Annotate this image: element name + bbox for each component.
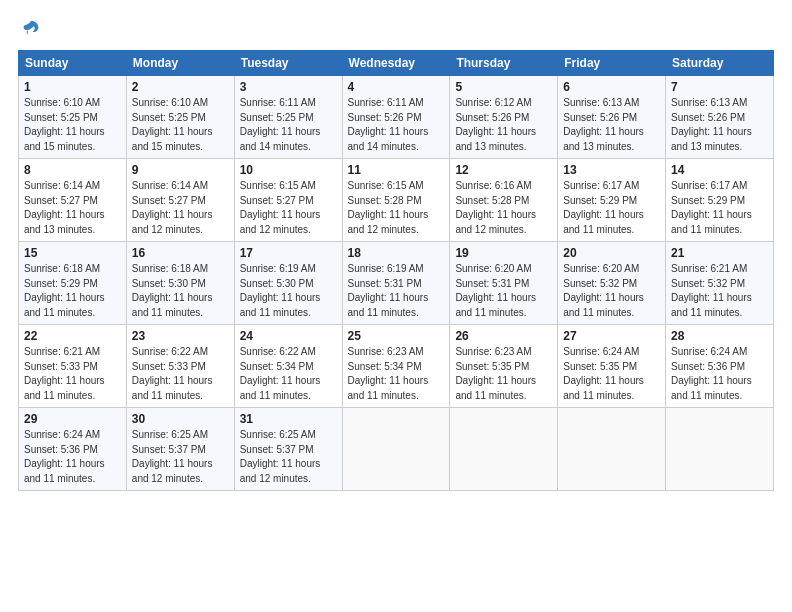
day-number: 7 [671, 80, 768, 94]
calendar-cell: 5Sunrise: 6:12 AM Sunset: 5:26 PM Daylig… [450, 76, 558, 159]
day-number: 18 [348, 246, 445, 260]
day-info: Sunrise: 6:23 AM Sunset: 5:35 PM Dayligh… [455, 345, 552, 403]
day-info: Sunrise: 6:23 AM Sunset: 5:34 PM Dayligh… [348, 345, 445, 403]
calendar-cell: 19Sunrise: 6:20 AM Sunset: 5:31 PM Dayli… [450, 242, 558, 325]
day-info: Sunrise: 6:14 AM Sunset: 5:27 PM Dayligh… [24, 179, 121, 237]
calendar-cell: 17Sunrise: 6:19 AM Sunset: 5:30 PM Dayli… [234, 242, 342, 325]
day-number: 23 [132, 329, 229, 343]
day-info: Sunrise: 6:19 AM Sunset: 5:31 PM Dayligh… [348, 262, 445, 320]
day-info: Sunrise: 6:21 AM Sunset: 5:33 PM Dayligh… [24, 345, 121, 403]
calendar-cell: 8Sunrise: 6:14 AM Sunset: 5:27 PM Daylig… [19, 159, 127, 242]
calendar-cell: 21Sunrise: 6:21 AM Sunset: 5:32 PM Dayli… [666, 242, 774, 325]
day-number: 5 [455, 80, 552, 94]
day-info: Sunrise: 6:25 AM Sunset: 5:37 PM Dayligh… [240, 428, 337, 486]
calendar-cell: 7Sunrise: 6:13 AM Sunset: 5:26 PM Daylig… [666, 76, 774, 159]
day-info: Sunrise: 6:11 AM Sunset: 5:26 PM Dayligh… [348, 96, 445, 154]
day-info: Sunrise: 6:12 AM Sunset: 5:26 PM Dayligh… [455, 96, 552, 154]
calendar-cell [666, 408, 774, 491]
day-number: 12 [455, 163, 552, 177]
day-number: 31 [240, 412, 337, 426]
day-info: Sunrise: 6:13 AM Sunset: 5:26 PM Dayligh… [671, 96, 768, 154]
day-number: 1 [24, 80, 121, 94]
weekday-header: Thursday [450, 51, 558, 76]
day-number: 28 [671, 329, 768, 343]
day-number: 20 [563, 246, 660, 260]
day-number: 17 [240, 246, 337, 260]
day-number: 22 [24, 329, 121, 343]
calendar-cell: 10Sunrise: 6:15 AM Sunset: 5:27 PM Dayli… [234, 159, 342, 242]
day-info: Sunrise: 6:25 AM Sunset: 5:37 PM Dayligh… [132, 428, 229, 486]
day-number: 14 [671, 163, 768, 177]
day-number: 15 [24, 246, 121, 260]
day-info: Sunrise: 6:13 AM Sunset: 5:26 PM Dayligh… [563, 96, 660, 154]
weekday-header: Monday [126, 51, 234, 76]
day-number: 21 [671, 246, 768, 260]
header [18, 18, 774, 40]
day-number: 26 [455, 329, 552, 343]
calendar-cell: 6Sunrise: 6:13 AM Sunset: 5:26 PM Daylig… [558, 76, 666, 159]
day-info: Sunrise: 6:19 AM Sunset: 5:30 PM Dayligh… [240, 262, 337, 320]
calendar-cell: 11Sunrise: 6:15 AM Sunset: 5:28 PM Dayli… [342, 159, 450, 242]
day-info: Sunrise: 6:18 AM Sunset: 5:29 PM Dayligh… [24, 262, 121, 320]
calendar-cell: 15Sunrise: 6:18 AM Sunset: 5:29 PM Dayli… [19, 242, 127, 325]
calendar-week-row: 15Sunrise: 6:18 AM Sunset: 5:29 PM Dayli… [19, 242, 774, 325]
day-info: Sunrise: 6:15 AM Sunset: 5:27 PM Dayligh… [240, 179, 337, 237]
calendar-cell: 24Sunrise: 6:22 AM Sunset: 5:34 PM Dayli… [234, 325, 342, 408]
day-info: Sunrise: 6:24 AM Sunset: 5:36 PM Dayligh… [24, 428, 121, 486]
calendar-cell [342, 408, 450, 491]
calendar-cell: 22Sunrise: 6:21 AM Sunset: 5:33 PM Dayli… [19, 325, 127, 408]
weekday-header: Friday [558, 51, 666, 76]
calendar-cell: 27Sunrise: 6:24 AM Sunset: 5:35 PM Dayli… [558, 325, 666, 408]
day-info: Sunrise: 6:18 AM Sunset: 5:30 PM Dayligh… [132, 262, 229, 320]
day-number: 16 [132, 246, 229, 260]
calendar-cell: 18Sunrise: 6:19 AM Sunset: 5:31 PM Dayli… [342, 242, 450, 325]
calendar-cell: 16Sunrise: 6:18 AM Sunset: 5:30 PM Dayli… [126, 242, 234, 325]
calendar-cell: 23Sunrise: 6:22 AM Sunset: 5:33 PM Dayli… [126, 325, 234, 408]
logo-text [18, 18, 44, 40]
day-number: 2 [132, 80, 229, 94]
day-info: Sunrise: 6:24 AM Sunset: 5:35 PM Dayligh… [563, 345, 660, 403]
logo [18, 18, 44, 40]
calendar-cell: 20Sunrise: 6:20 AM Sunset: 5:32 PM Dayli… [558, 242, 666, 325]
calendar-cell: 26Sunrise: 6:23 AM Sunset: 5:35 PM Dayli… [450, 325, 558, 408]
weekday-header: Sunday [19, 51, 127, 76]
day-info: Sunrise: 6:14 AM Sunset: 5:27 PM Dayligh… [132, 179, 229, 237]
calendar: SundayMondayTuesdayWednesdayThursdayFrid… [18, 50, 774, 491]
calendar-cell: 31Sunrise: 6:25 AM Sunset: 5:37 PM Dayli… [234, 408, 342, 491]
day-info: Sunrise: 6:20 AM Sunset: 5:32 PM Dayligh… [563, 262, 660, 320]
day-number: 24 [240, 329, 337, 343]
day-number: 29 [24, 412, 121, 426]
calendar-cell: 14Sunrise: 6:17 AM Sunset: 5:29 PM Dayli… [666, 159, 774, 242]
calendar-cell: 29Sunrise: 6:24 AM Sunset: 5:36 PM Dayli… [19, 408, 127, 491]
calendar-cell [558, 408, 666, 491]
calendar-cell: 3Sunrise: 6:11 AM Sunset: 5:25 PM Daylig… [234, 76, 342, 159]
day-number: 13 [563, 163, 660, 177]
day-number: 4 [348, 80, 445, 94]
logo-bird-icon [20, 18, 42, 40]
day-info: Sunrise: 6:16 AM Sunset: 5:28 PM Dayligh… [455, 179, 552, 237]
calendar-cell: 4Sunrise: 6:11 AM Sunset: 5:26 PM Daylig… [342, 76, 450, 159]
day-info: Sunrise: 6:17 AM Sunset: 5:29 PM Dayligh… [671, 179, 768, 237]
day-number: 6 [563, 80, 660, 94]
day-info: Sunrise: 6:15 AM Sunset: 5:28 PM Dayligh… [348, 179, 445, 237]
day-info: Sunrise: 6:10 AM Sunset: 5:25 PM Dayligh… [24, 96, 121, 154]
weekday-header: Saturday [666, 51, 774, 76]
day-info: Sunrise: 6:21 AM Sunset: 5:32 PM Dayligh… [671, 262, 768, 320]
page: SundayMondayTuesdayWednesdayThursdayFrid… [0, 0, 792, 501]
calendar-cell [450, 408, 558, 491]
calendar-cell: 12Sunrise: 6:16 AM Sunset: 5:28 PM Dayli… [450, 159, 558, 242]
day-info: Sunrise: 6:17 AM Sunset: 5:29 PM Dayligh… [563, 179, 660, 237]
calendar-cell: 30Sunrise: 6:25 AM Sunset: 5:37 PM Dayli… [126, 408, 234, 491]
day-number: 30 [132, 412, 229, 426]
calendar-week-row: 8Sunrise: 6:14 AM Sunset: 5:27 PM Daylig… [19, 159, 774, 242]
calendar-cell: 1Sunrise: 6:10 AM Sunset: 5:25 PM Daylig… [19, 76, 127, 159]
day-info: Sunrise: 6:22 AM Sunset: 5:33 PM Dayligh… [132, 345, 229, 403]
day-number: 9 [132, 163, 229, 177]
calendar-week-row: 22Sunrise: 6:21 AM Sunset: 5:33 PM Dayli… [19, 325, 774, 408]
calendar-cell: 9Sunrise: 6:14 AM Sunset: 5:27 PM Daylig… [126, 159, 234, 242]
calendar-cell: 2Sunrise: 6:10 AM Sunset: 5:25 PM Daylig… [126, 76, 234, 159]
day-number: 11 [348, 163, 445, 177]
calendar-cell: 28Sunrise: 6:24 AM Sunset: 5:36 PM Dayli… [666, 325, 774, 408]
day-info: Sunrise: 6:24 AM Sunset: 5:36 PM Dayligh… [671, 345, 768, 403]
day-number: 10 [240, 163, 337, 177]
